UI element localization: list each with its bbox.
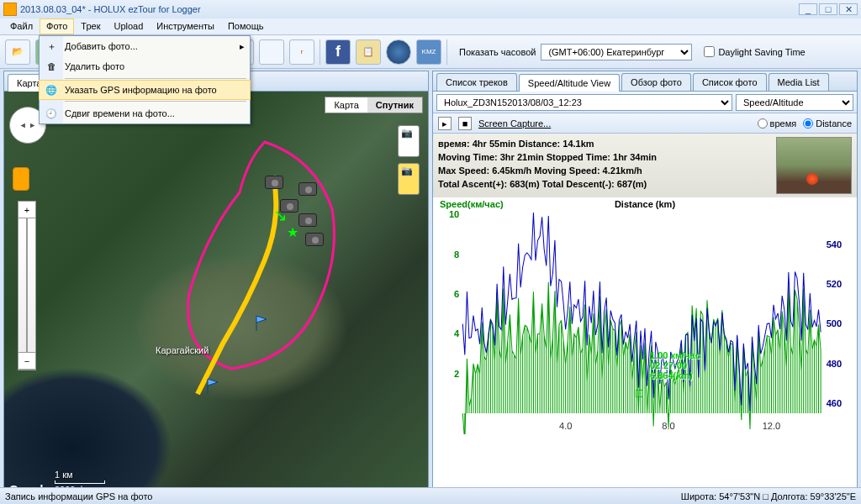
svg-text:10: 10 xyxy=(449,209,459,219)
tab-speed-altitude[interactable]: Speed/Altitude View xyxy=(519,74,620,92)
maptype-sat[interactable]: Спутник xyxy=(367,97,422,113)
dst-checkbox[interactable]: Daylight Saving Time xyxy=(704,46,805,57)
menu-time-shift[interactable]: 🕘 Сдвиг времени на фото... xyxy=(40,103,250,123)
zoom-control[interactable]: + − xyxy=(18,201,36,370)
menubar: Файл Фото Трек Upload Инструменты Помощь xyxy=(0,18,861,35)
statusbar: Запись информации GPS на фото Широта: 54… xyxy=(0,487,861,504)
zoom-in-button[interactable]: + xyxy=(18,202,35,218)
status-coords: Широта: 54°7'53"N □ Долгота: 59°33'25"E xyxy=(681,491,856,501)
zoom-slider[interactable] xyxy=(18,218,35,353)
svg-text:460: 460 xyxy=(827,398,842,408)
radio-time[interactable]: время xyxy=(758,118,797,129)
svg-text:520: 520 xyxy=(827,279,842,289)
radio-distance[interactable]: Distance xyxy=(803,118,852,129)
map-panel: Карта + − Карта Спутник ↘ xyxy=(3,71,429,502)
tool9-button[interactable] xyxy=(259,39,284,65)
right-panel: Список треков Speed/Altitude View Обзор … xyxy=(432,71,858,502)
camera-icon[interactable] xyxy=(298,213,317,227)
place-label: Карагайский xyxy=(156,345,209,355)
dst-checkbox-input[interactable] xyxy=(704,46,715,57)
svg-text:4: 4 xyxy=(454,328,460,339)
maximize-button[interactable]: □ xyxy=(819,3,837,15)
maptype-switcher: Карта Спутник xyxy=(325,97,423,113)
facebook-button[interactable]: f xyxy=(325,39,351,65)
menu-add-photo[interactable]: ＋ Добавить фото... ▸ xyxy=(40,36,250,56)
menu-photo[interactable]: Фото xyxy=(40,18,74,34)
stats-speed: Max Speed: 6.45km/h Moving Speed: 4.21km… xyxy=(438,164,776,177)
menu-tools[interactable]: Инструменты xyxy=(150,18,221,34)
submenu-arrow-icon: ▸ xyxy=(240,41,245,52)
arrow-marker-icon: ↘ xyxy=(273,205,288,225)
kmz-button[interactable]: KMZ xyxy=(416,39,441,65)
menu-help[interactable]: Помощь xyxy=(221,18,271,34)
star-marker-icon: ★ xyxy=(287,224,300,238)
tz-label: Показать часовой xyxy=(459,47,536,57)
photo-marker-icon[interactable] xyxy=(398,163,420,195)
camera-icon[interactable] xyxy=(305,233,324,246)
camera-icon[interactable] xyxy=(298,182,317,196)
delete-icon: 🗑 xyxy=(43,58,60,75)
chart-svg: 2468104604805005205404.08.012.0 xyxy=(433,197,857,434)
photo-menu-dropdown: ＋ Добавить фото... ▸ 🗑 Удалить фото 🌐 Ук… xyxy=(39,35,251,124)
tab-media-list[interactable]: Media List xyxy=(769,73,829,91)
svg-text:12.0: 12.0 xyxy=(763,421,781,431)
svg-text:540: 540 xyxy=(827,239,842,249)
tab-photo-list[interactable]: Список фото xyxy=(693,73,767,91)
status-left: Запись информации GPS на фото xyxy=(5,491,681,501)
minimize-button[interactable]: _ xyxy=(799,3,817,15)
flag-icon[interactable] xyxy=(255,314,272,331)
play-button[interactable]: ▸ xyxy=(438,117,452,130)
track-thumbnail[interactable] xyxy=(776,137,852,194)
pegman-icon[interactable] xyxy=(13,167,29,191)
tz-select[interactable]: (GMT+06:00) Екатеринбург xyxy=(541,44,692,60)
menu-upload[interactable]: Upload xyxy=(107,18,150,34)
svg-text:2: 2 xyxy=(454,369,459,379)
zoom-out-button[interactable]: − xyxy=(18,353,35,370)
export-button[interactable]: 📋 xyxy=(356,39,381,65)
plus-icon: ＋ xyxy=(43,38,60,55)
menu-track[interactable]: Трек xyxy=(74,18,107,34)
stop-button[interactable]: ■ xyxy=(458,117,472,130)
map[interactable]: + − Карта Спутник ↘ ★ Карагайский Google… xyxy=(4,92,428,501)
chart[interactable]: Speed(км/час) Distance (km) 246810460480… xyxy=(433,197,857,488)
open-button[interactable]: 📂 xyxy=(5,39,30,65)
window-title: 2013.08.03_04* - HOLUX ezTour for Logger xyxy=(20,4,799,14)
flag-icon[interactable] xyxy=(206,377,223,394)
clock-icon: 🕘 xyxy=(43,105,60,122)
google-earth-button[interactable] xyxy=(386,39,411,65)
mode-select[interactable]: Speed/Altitude xyxy=(736,94,853,111)
stats-panel: время: 4hr 55min Distance: 14.1km Moving… xyxy=(433,134,857,197)
stats-moving-stopped: Moving Time: 3hr 21min Stopped Time: 1hr… xyxy=(438,150,776,164)
svg-text:4.0: 4.0 xyxy=(559,421,572,431)
globe-pin-icon: 🌐 xyxy=(43,81,60,98)
close-button[interactable]: ✕ xyxy=(839,3,858,15)
menu-set-gps-info[interactable]: 🌐 Указать GPS информацию на фото xyxy=(39,80,251,100)
svg-text:480: 480 xyxy=(827,359,842,369)
tool-eztour-button[interactable]: r xyxy=(289,39,314,65)
chart-tooltip: 1.00 км/час 02:27:00 6.864(km) xyxy=(650,350,700,381)
menu-file[interactable]: Файл xyxy=(3,18,40,34)
app-icon xyxy=(3,3,17,16)
svg-text:6: 6 xyxy=(454,289,459,299)
titlebar: 2013.08.03_04* - HOLUX ezTour for Logger… xyxy=(0,0,861,18)
tab-tracklist[interactable]: Список треков xyxy=(436,73,517,91)
track-select[interactable]: Holux_ZD3N152013/08/03_12:23 xyxy=(436,94,732,111)
stats-ascent-descent: Total Ascent(+): 683(m) Total Descent(-)… xyxy=(438,177,776,191)
menu-delete-photo[interactable]: 🗑 Удалить фото xyxy=(40,56,250,76)
maptype-map[interactable]: Карта xyxy=(325,97,367,113)
svg-text:8: 8 xyxy=(454,249,459,260)
screen-capture-link[interactable]: Screen Capture... xyxy=(478,118,551,129)
tab-photo-review[interactable]: Обзор фото xyxy=(621,73,691,91)
svg-text:500: 500 xyxy=(827,318,842,328)
camera-icon[interactable] xyxy=(265,176,283,189)
stats-time-distance: время: 4hr 55min Distance: 14.1km xyxy=(438,137,776,150)
movie-marker-icon[interactable] xyxy=(398,125,420,157)
